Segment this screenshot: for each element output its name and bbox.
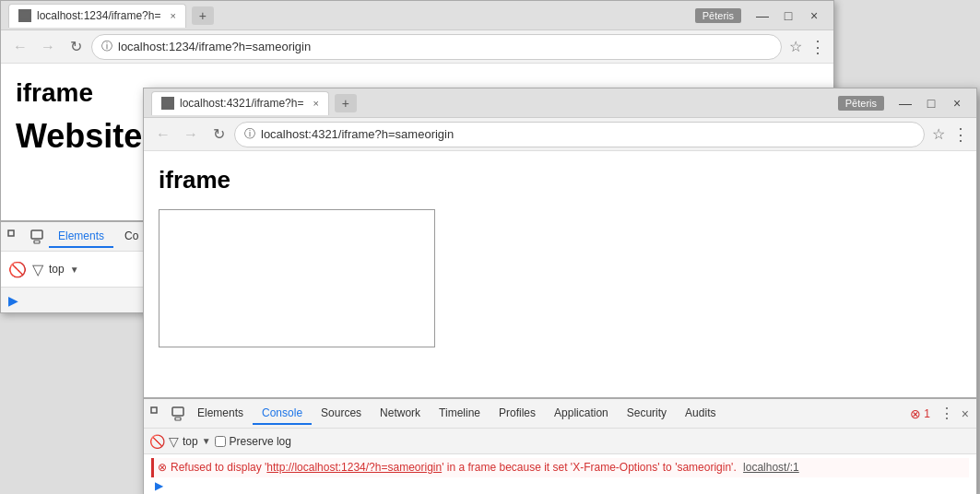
- devtools-device-icon-1[interactable]: [27, 227, 47, 247]
- console-content: ⊗ Refused to display 'http://localhost:1…: [144, 454, 976, 494]
- nav-bar-2: ← → ↻ ⓘ ☆ ⋮: [144, 118, 976, 151]
- svg-rect-0: [19, 11, 30, 19]
- forward-button-2[interactable]: →: [179, 123, 203, 147]
- content-area-2: iframe: [144, 151, 976, 397]
- console-level-arrow[interactable]: ▼: [202, 436, 211, 446]
- address-bar-1[interactable]: ⓘ: [91, 34, 782, 60]
- tab-favicon-2: [161, 97, 174, 110]
- user-badge-2: Pēteris: [838, 96, 884, 111]
- title-bar-1: localhost:1234/iframe?h= × + Pēteris — □…: [1, 1, 833, 30]
- tab-label-2: localhost:4321/iframe?h=: [180, 97, 303, 110]
- menu-icon-2[interactable]: ⋮: [952, 124, 969, 145]
- nav-bar-1: ← → ↻ ⓘ ☆ ⋮: [1, 30, 833, 64]
- preserve-log-label: Preserve log: [230, 435, 291, 448]
- svg-rect-2: [8, 230, 14, 236]
- iframe-heading-2: iframe: [159, 166, 962, 194]
- address-bar-2[interactable]: ⓘ: [234, 122, 925, 147]
- devtools-tab-audits-2[interactable]: Audits: [676, 403, 725, 425]
- refresh-button-1[interactable]: ↻: [64, 35, 88, 59]
- svg-rect-9: [175, 418, 181, 420]
- devtools-arrow-1[interactable]: ▶: [8, 293, 18, 308]
- devtools-panel-2: Elements Console Sources Network Timelin…: [144, 397, 976, 494]
- devtools-inspect-icon-2[interactable]: [148, 404, 168, 424]
- devtools-menu-btn-2[interactable]: ⋮: [936, 405, 958, 422]
- devtools-tab-sources-2[interactable]: Sources: [312, 403, 371, 425]
- svg-rect-7: [151, 407, 157, 413]
- error-badge: ⊗ 1: [910, 406, 930, 421]
- close-button-1[interactable]: ×: [802, 6, 826, 26]
- tab-close-1[interactable]: ×: [170, 10, 175, 21]
- devtools-tab-console-2[interactable]: Console: [253, 403, 312, 425]
- devtools-tab-application-2[interactable]: Application: [545, 403, 618, 425]
- devtools-filter-icon[interactable]: ▽: [32, 261, 43, 278]
- error-circle-icon: ⊗: [158, 461, 167, 474]
- tab-bar-1: localhost:1234/iframe?h= × +: [8, 4, 695, 28]
- info-icon-2: ⓘ: [244, 126, 255, 142]
- minimize-button-1[interactable]: —: [750, 6, 774, 26]
- devtools-tab-timeline-2[interactable]: Timeline: [430, 403, 490, 425]
- devtools-device-icon-2[interactable]: [168, 404, 188, 424]
- devtools-tab-security-2[interactable]: Security: [618, 403, 676, 425]
- devtools-tab-network-2[interactable]: Network: [371, 403, 430, 425]
- user-badge-1: Pēteris: [695, 8, 741, 23]
- devtools-tab-bar-2: Elements Console Sources Network Timelin…: [144, 399, 976, 429]
- tab-bar-2: localhost:4321/iframe?h= × +: [151, 91, 838, 115]
- minimize-button-2[interactable]: —: [893, 93, 917, 113]
- error-icon: ⊗: [910, 406, 921, 421]
- svg-rect-3: [31, 230, 42, 239]
- console-prompt: ▶: [151, 477, 969, 494]
- devtools-close-btn-2[interactable]: ×: [958, 406, 973, 421]
- console-top-arrow[interactable]: ▼: [70, 265, 79, 275]
- error-url-link[interactable]: http://localhost:1234/?h=sameorigin: [266, 461, 442, 474]
- preserve-log-checkbox[interactable]: [215, 436, 226, 447]
- title-bar-2: localhost:4321/iframe?h= × + Pēteris — □…: [144, 88, 976, 118]
- active-tab-1[interactable]: localhost:1234/iframe?h= ×: [8, 4, 186, 28]
- console-block-icon[interactable]: 🚫: [149, 434, 165, 449]
- error-count: 1: [924, 407, 930, 420]
- tab-close-2[interactable]: ×: [313, 98, 318, 109]
- console-error-line: ⊗ Refused to display 'http://localhost:1…: [151, 458, 969, 477]
- bookmark-icon-2[interactable]: ☆: [932, 125, 945, 143]
- url-input-2[interactable]: [261, 127, 915, 141]
- svg-rect-4: [34, 241, 40, 243]
- maximize-button-1[interactable]: □: [776, 6, 800, 26]
- devtools-tab-elements-1[interactable]: Elements: [49, 226, 113, 248]
- bookmark-icon-1[interactable]: ☆: [789, 38, 802, 55]
- tab-label-1: localhost:1234/iframe?h=: [37, 9, 160, 22]
- browser-window-2: localhost:4321/iframe?h= × + Pēteris — □…: [143, 88, 977, 494]
- console-error-text: Refused to display 'http://localhost:123…: [171, 460, 965, 476]
- new-tab-button-1[interactable]: +: [192, 6, 214, 25]
- window-controls-2: Pēteris — □ ×: [838, 93, 969, 113]
- active-tab-2[interactable]: localhost:4321/iframe?h= ×: [151, 91, 329, 115]
- maximize-button-2[interactable]: □: [919, 93, 943, 113]
- svg-rect-5: [162, 99, 173, 107]
- url-input-1[interactable]: [118, 40, 772, 53]
- info-icon-1: ⓘ: [101, 39, 112, 54]
- devtools-block-icon[interactable]: 🚫: [8, 261, 27, 278]
- console-level-top[interactable]: top: [183, 435, 198, 448]
- devtools-tab-profiles-2[interactable]: Profiles: [490, 403, 545, 425]
- back-button-1[interactable]: ←: [8, 35, 32, 59]
- console-top-label: top: [49, 263, 65, 276]
- console-filter-btn[interactable]: ▽: [169, 434, 179, 449]
- svg-rect-8: [172, 407, 183, 416]
- prompt-icon: ▶: [155, 479, 163, 492]
- window-controls-1: Pēteris — □ ×: [695, 6, 826, 26]
- close-button-2[interactable]: ×: [945, 93, 969, 113]
- menu-icon-1[interactable]: ⋮: [809, 37, 826, 57]
- tab-favicon-1: [18, 9, 31, 22]
- preserve-log-container: Preserve log: [215, 435, 291, 448]
- console-filter-bar: 🚫 ▽ top ▼ Preserve log: [144, 429, 976, 454]
- new-tab-button-2[interactable]: +: [335, 94, 357, 112]
- back-button-2[interactable]: ←: [151, 123, 175, 147]
- console-error-source-link[interactable]: localhost/:1: [743, 461, 799, 474]
- iframe-box: [159, 209, 435, 347]
- forward-button-1[interactable]: →: [36, 35, 60, 59]
- refresh-button-2[interactable]: ↻: [207, 123, 230, 147]
- devtools-inspect-icon-1[interactable]: [5, 227, 25, 247]
- devtools-tab-elements-2[interactable]: Elements: [188, 403, 253, 425]
